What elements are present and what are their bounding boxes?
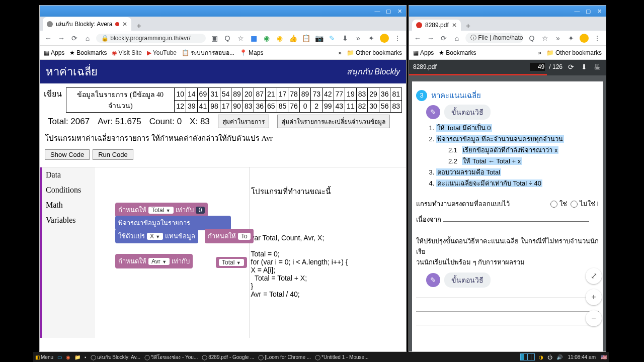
bk-apps[interactable]: ▦ Apps — [413, 49, 434, 56]
tb-files-icon[interactable]: 📁 — [72, 354, 83, 360]
share-icon[interactable]: Q — [527, 34, 536, 43]
rotate-icon[interactable]: ⟳ — [567, 62, 576, 71]
home-icon[interactable]: ⌂ — [83, 34, 92, 43]
tb-task-1[interactable]: ◯ เล่นกับ Blockly: Av... — [89, 353, 143, 361]
tb-tray-1[interactable]: ◑ — [537, 354, 545, 360]
ext-chevron-icon[interactable]: » — [354, 34, 363, 43]
reload-icon[interactable]: ⟳ — [439, 34, 448, 43]
camera-icon[interactable]: ▣ — [210, 34, 219, 43]
new-tab-button[interactable]: + — [133, 22, 144, 31]
tb-workspaces[interactable] — [519, 353, 537, 360]
tb-clock[interactable]: 11:08:44 am — [565, 354, 599, 360]
para-2b: วนนักเรียนไปพร้อม ๆ กับการหาผลรวม — [416, 257, 599, 267]
randomize-resize-button[interactable]: สุ่มค่าในรายการและเปลี่ยนจำนวนข้อมูล — [277, 115, 390, 128]
radio-yes[interactable] — [550, 201, 557, 208]
download-icon[interactable]: ⬇ — [580, 62, 589, 71]
block-set-avr[interactable]: กำหนดให้Avr ▼เท่ากับ — [115, 254, 193, 268]
taskbar[interactable]: ◧ Menu ▭ ◉ 📁 ▪ ◯ เล่นกับ Blockly: Av... … — [33, 352, 609, 362]
url-input[interactable]: ⓘ File | /home/hatori/D... — [465, 33, 523, 43]
print-icon[interactable]: 🖶 — [593, 62, 602, 71]
tb-firefox-icon[interactable]: ◉ — [64, 354, 72, 360]
bk-chevron[interactable]: » — [538, 49, 541, 56]
cat-data[interactable]: Data — [42, 167, 95, 183]
avatar-icon[interactable] — [380, 34, 389, 43]
block-inner-set[interactable]: กำหนดให้To — [205, 229, 254, 243]
bk-maps[interactable]: 📍 Maps — [239, 49, 263, 56]
pdf-viewport[interactable]: 3 หาคะแนนเฉลี่ย ✎ ขั้นตอนวิธี ให้ Total … — [409, 75, 606, 351]
bk-chevron[interactable]: » — [338, 49, 342, 56]
cat-variables[interactable]: Variables — [42, 213, 95, 228]
tb-task-2[interactable]: ◯ วิดีโอของช่อง - You... — [142, 353, 200, 361]
ext3-icon[interactable]: ◉ — [275, 34, 284, 43]
bk-visit[interactable]: ◉ Visit Site — [112, 49, 141, 56]
maximize-icon[interactable]: ▢ — [585, 8, 592, 15]
back-icon[interactable]: ← — [413, 34, 422, 43]
bk-exam[interactable]: 📋 ระบบการสอบอ... — [182, 48, 234, 57]
tb-term-icon[interactable]: ▪ — [83, 354, 89, 360]
forward-icon[interactable]: → — [426, 34, 435, 43]
tb-task-5[interactable]: ◯ *Untitled 1 - Mouse... — [313, 354, 370, 360]
cat-conditions[interactable]: Conditions — [42, 183, 95, 198]
puzzle-icon[interactable]: ✦ — [367, 34, 376, 43]
share-icon[interactable]: Q — [223, 34, 232, 43]
ext2-icon[interactable]: ◉ — [262, 34, 271, 43]
forward-icon[interactable]: → — [57, 34, 66, 43]
block-total-pill[interactable]: Total ▼ — [216, 257, 247, 268]
titlebar[interactable]: — ▢ ✕ — [409, 6, 606, 17]
bk-youtube[interactable]: ▶ YouTube — [147, 49, 177, 56]
menu-button[interactable]: ◧ Menu — [33, 354, 55, 360]
titlebar[interactable]: — ▢ ✕ — [40, 6, 406, 17]
tb-flag-icon[interactable]: 🇺🇸 — [599, 354, 609, 360]
star-icon[interactable]: ☆ — [236, 34, 245, 43]
back-icon[interactable]: ← — [44, 34, 53, 43]
cat-math[interactable]: Math — [42, 198, 95, 213]
fit-icon[interactable]: ⤢ — [586, 268, 602, 284]
ext6-icon[interactable]: 📷 — [314, 34, 324, 43]
close-icon[interactable]: ✕ — [596, 8, 603, 15]
tb-tray-2[interactable]: ⏻ — [545, 354, 554, 360]
radio-no[interactable] — [571, 201, 578, 208]
zoom-out-icon[interactable]: − — [586, 310, 602, 326]
bk-apps[interactable]: ▦ Apps — [44, 49, 64, 56]
bk-other[interactable]: 📁 Other bookmarks — [347, 49, 402, 56]
ext7-icon[interactable]: ✎ — [328, 34, 337, 43]
puzzle-icon[interactable]: ✦ — [567, 34, 576, 43]
new-tab-button[interactable]: + — [463, 22, 473, 31]
url-input[interactable]: 🔒 blockly.programming.in.th/avr/ — [96, 34, 206, 43]
close-tab-icon[interactable]: ✕ — [122, 21, 127, 28]
star-icon[interactable]: ☆ — [540, 34, 549, 43]
reload-icon[interactable]: ⟳ — [70, 34, 79, 43]
minimize-icon[interactable]: — — [574, 8, 581, 15]
pdf-page-input[interactable] — [530, 63, 545, 71]
ext1-icon[interactable]: ▦ — [249, 34, 258, 43]
browser-tab[interactable]: เล่นกับ Blockly: Avera ✕ — [43, 17, 131, 31]
ext-chevron-icon[interactable]: » — [553, 34, 562, 43]
close-tab-icon[interactable]: ✕ — [452, 22, 457, 29]
block-use-x[interactable]: ใช้ตัวแปรX ▼แทนข้อมูล — [115, 229, 198, 243]
menu-icon[interactable]: ⋮ — [393, 34, 402, 43]
zoom-in-icon[interactable]: + — [586, 289, 602, 305]
ext4-icon[interactable]: 👍 — [288, 34, 297, 43]
block-foreach[interactable]: พิจารณาข้อมูลในรายการ — [115, 216, 231, 230]
show-code-button[interactable]: Show Code — [45, 149, 90, 160]
bk-bookmarks[interactable]: ★ Bookmarks — [439, 49, 476, 56]
tb-task-3[interactable]: ◯ 8289.pdf - Google ... — [200, 354, 256, 360]
bk-bookmarks[interactable]: ★ Bookmarks — [69, 49, 107, 56]
close-icon[interactable]: ✕ — [396, 8, 403, 15]
tb-task-4[interactable]: ◯ [Loom for Chrome ... — [256, 354, 313, 360]
minimize-icon[interactable]: — — [374, 8, 381, 15]
tb-volume-icon[interactable]: 🔊 — [554, 354, 565, 360]
ext8-icon[interactable]: ⬇ — [341, 34, 350, 43]
maximize-icon[interactable]: ▢ — [385, 8, 392, 15]
menu-icon[interactable]: ⋮ — [593, 34, 602, 43]
ext5-icon[interactable]: 📋 — [301, 34, 310, 43]
run-code-button[interactable]: Run Code — [93, 149, 133, 160]
avatar-icon[interactable] — [580, 34, 589, 43]
bk-other[interactable]: 📁 Other bookmarks — [546, 49, 602, 56]
randomize-button[interactable]: สุ่มค่าในรายการ — [218, 115, 269, 128]
block-canvas[interactable]: กำหนดให้Total ▼เท่ากับ0 พิจารณาข้อมูลในร… — [95, 167, 250, 338]
browser-tab[interactable]: 8289.pdf ✕ — [412, 20, 461, 31]
tb-desktop-icon[interactable]: ▭ — [55, 354, 64, 360]
block-set-total[interactable]: กำหนดให้Total ▼เท่ากับ0 — [115, 203, 208, 217]
home-icon[interactable]: ⌂ — [452, 34, 461, 43]
